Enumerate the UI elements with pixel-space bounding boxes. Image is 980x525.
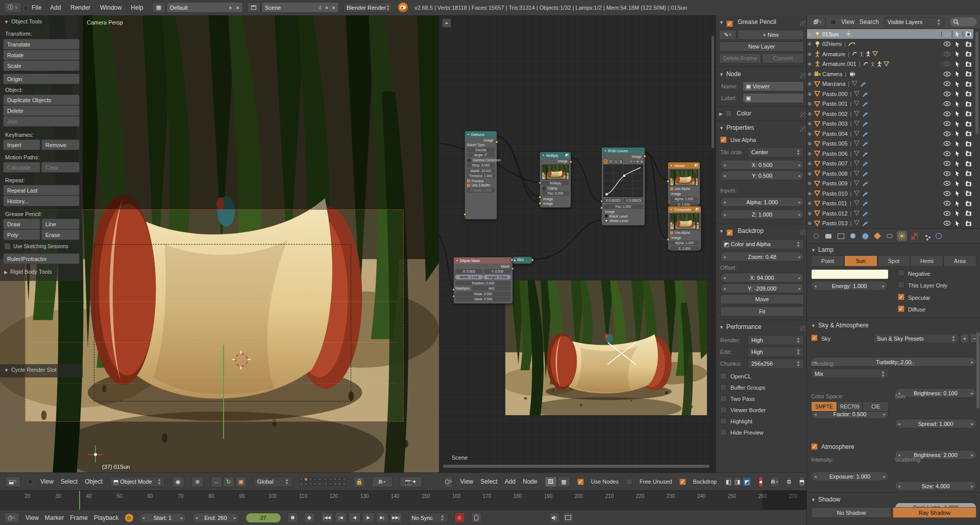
screen-cast-icon[interactable] — [563, 512, 574, 523]
scale-button[interactable]: Scale — [3, 60, 80, 71]
renderable-camera-icon[interactable] — [965, 221, 972, 226]
diffuse-checkbox[interactable]: ✓ — [898, 305, 904, 312]
turbidity-slider[interactable]: ◂Turbidity: 2.00▸ — [811, 357, 976, 367]
lamp-type-tab-spot[interactable]: Spot — [877, 255, 911, 267]
editor-type-node-button[interactable]: ⬡⇅ — [444, 476, 453, 487]
transport-button[interactable]: ◀ — [349, 512, 361, 523]
tile-y-slider[interactable]: ◂Y: 0.500▸ — [720, 171, 804, 180]
ne-menu-select[interactable]: Select — [480, 478, 497, 485]
negative-checkbox[interactable] — [898, 270, 904, 276]
gp-draw-button[interactable]: Draw — [3, 219, 40, 229]
colorspace-cie-button[interactable]: CIE — [863, 401, 889, 412]
expand-icon[interactable]: ⊕ — [807, 81, 812, 86]
selectable-cursor-icon[interactable] — [955, 31, 960, 37]
socket-image-in[interactable] — [667, 180, 670, 183]
blending-mode-selector[interactable]: Mix▲▼ — [811, 369, 889, 378]
expand-icon[interactable]: ⊕ — [807, 41, 812, 46]
outliner-scrollbar[interactable] — [975, 32, 978, 134]
transport-button[interactable]: |◀◀ — [321, 512, 333, 523]
auto-keyframe-icon[interactable] — [287, 512, 298, 523]
ne-menu-node[interactable]: Node — [523, 478, 537, 485]
menu-render[interactable]: Render — [70, 4, 90, 11]
renderable-camera-icon[interactable] — [965, 210, 972, 216]
tl-menu-view[interactable]: View — [26, 514, 39, 521]
sync-mode-selector[interactable]: No Sync▲▼ — [408, 513, 448, 523]
outliner-row[interactable]: ⊕ Pasto.007 | — [807, 159, 973, 169]
outliner-row[interactable]: ⊕ Pasto.002 | — [807, 109, 973, 118]
history-button[interactable]: History... — [3, 196, 80, 206]
scene-icon[interactable]: 🗔 — [247, 2, 260, 13]
current-frame-field[interactable]: 37 — [246, 513, 281, 523]
selectable-cursor-icon[interactable] — [955, 70, 960, 77]
editor-type-timeline-button[interactable]: ◷⇅ — [4, 512, 19, 523]
socket-image-in[interactable] — [463, 213, 467, 216]
backdrop-checkbox[interactable]: ✓ — [679, 479, 686, 485]
selectable-cursor-icon[interactable] — [955, 41, 960, 47]
viewer-border-checkbox[interactable] — [720, 407, 727, 413]
expand-icon[interactable]: ⊕ — [807, 171, 812, 176]
gp-pencil-selector[interactable]: ✎⇅ — [719, 30, 737, 40]
snap-magnet-icon[interactable]: ⋒▼ — [372, 476, 393, 487]
renderable-camera-icon[interactable] — [965, 101, 972, 107]
transport-button[interactable]: |◀ — [335, 512, 347, 523]
selectable-cursor-icon[interactable] — [955, 180, 960, 187]
object-tools-panel-header[interactable]: ▼Object Tools — [4, 18, 42, 25]
selectable-cursor-icon[interactable] — [955, 170, 960, 177]
curve-channel-row[interactable]: C R G B + − ✦ ✕ — [603, 159, 643, 164]
render-quality-selector[interactable]: High▲▼ — [748, 335, 804, 345]
sun-size-slider[interactable]: ◂Size: 4.000▸ — [895, 481, 976, 491]
exposure-slider[interactable]: ◂Exposure: 1.000▸ — [811, 471, 889, 481]
properties-panel-header[interactable]: ▼Properties — [719, 124, 807, 131]
gp-erase-button[interactable]: Erase — [41, 229, 80, 240]
record-icon[interactable] — [454, 512, 465, 523]
visibility-eye-icon[interactable] — [943, 101, 951, 106]
node-blur[interactable]: ▶Blur — [511, 256, 533, 264]
expand-icon[interactable]: ⊕ — [807, 111, 812, 116]
tl-menu-frame[interactable]: Frame — [70, 514, 88, 521]
join-button[interactable]: Join — [3, 116, 80, 127]
renderable-camera-icon[interactable] — [965, 91, 972, 97]
menu-file[interactable]: File — [32, 4, 41, 11]
socket-fac-in[interactable] — [538, 181, 542, 184]
expand-icon[interactable]: ⊕ — [807, 101, 812, 106]
visibility-eye-icon[interactable] — [943, 32, 951, 37]
renderable-camera-icon[interactable] — [965, 81, 972, 87]
remove-keyframe-button[interactable]: Remove — [41, 139, 80, 150]
collapse-icon[interactable] — [28, 479, 33, 485]
frame-start-field[interactable]: ◂Start: 1▸ — [139, 513, 186, 523]
gp-convert-button[interactable]: Convert — [762, 53, 804, 63]
toolshelf-open-icon[interactable]: + — [442, 18, 451, 28]
backdrop-move-button[interactable]: Move — [720, 294, 804, 304]
gp-new-layer-button[interactable]: New Layer — [719, 41, 804, 52]
visibility-eye-icon[interactable] — [943, 131, 951, 136]
visibility-eye-icon[interactable] — [943, 191, 951, 196]
expand-icon[interactable]: ⊕ — [807, 141, 812, 146]
outliner-row[interactable]: ⊕ Pasto.001 | — [807, 99, 973, 109]
outliner-row[interactable]: ⊕ Pasto.004 | — [807, 129, 973, 138]
tab-texture-icon[interactable] — [909, 231, 919, 241]
render-engine-selector[interactable]: Blender Render▲▼ — [343, 2, 392, 13]
layout-delete-icon[interactable]: × — [236, 5, 239, 11]
socket-image-out[interactable] — [569, 160, 572, 163]
node-ellipse-mask[interactable]: ▼Ellipse Mask Mask X: 0.500 Y: 0.500 Wid… — [453, 257, 513, 304]
ne-menu-add[interactable]: Add — [505, 478, 516, 485]
insert-keyframes-icon[interactable] — [471, 512, 482, 523]
selectable-cursor-icon[interactable] — [955, 101, 960, 107]
tl-menu-playback[interactable]: Playback — [94, 514, 119, 521]
visibility-eye-icon[interactable] — [943, 211, 951, 216]
scene-selector[interactable]: Scene 4 +× — [261, 2, 339, 13]
outliner-row[interactable]: ⊕ Pasto.012 | — [807, 208, 973, 218]
outliner-row[interactable]: ⊕ Pasto.005 | — [807, 139, 973, 149]
visibility-eye-icon[interactable] — [943, 71, 951, 77]
chunksize-selector[interactable]: 256x256▲▼ — [748, 359, 804, 369]
colorspace-smpte-button[interactable]: SMPTE — [811, 401, 837, 412]
backdrop-fit-button[interactable]: Fit — [720, 306, 804, 317]
preset-add-button[interactable]: + — [960, 333, 969, 343]
visibility-eye-icon[interactable] — [943, 91, 951, 97]
menu-window[interactable]: Window — [100, 4, 122, 11]
selectable-cursor-icon[interactable] — [955, 220, 960, 227]
duplicate-button[interactable]: Duplicate Objects — [3, 94, 80, 105]
tab-world-icon[interactable] — [860, 231, 870, 241]
menu-help[interactable]: Help — [131, 4, 143, 11]
outliner-row[interactable]: ⊕ Pasto.003 | — [807, 119, 973, 129]
